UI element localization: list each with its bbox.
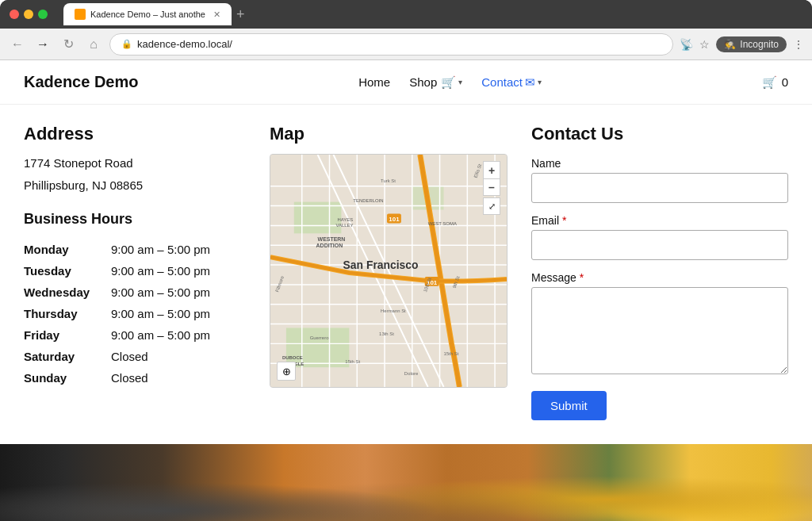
browser-titlebar: Kadence Demo – Just anothe ✕ + bbox=[0, 0, 812, 29]
svg-text:Hermann St: Hermann St bbox=[381, 308, 406, 313]
hours-day: Saturday bbox=[24, 346, 111, 367]
name-input[interactable] bbox=[531, 173, 788, 203]
email-label: Email * bbox=[531, 214, 788, 227]
active-tab[interactable]: Kadence Demo – Just anothe ✕ bbox=[63, 3, 232, 25]
svg-text:ADDITION: ADDITION bbox=[316, 243, 343, 248]
email-input[interactable] bbox=[531, 230, 788, 260]
svg-rect-1 bbox=[294, 202, 342, 234]
hours-title: Business Hours bbox=[24, 211, 246, 228]
hours-row: Tuesday9:00 am – 5:00 pm bbox=[24, 260, 246, 282]
nav-home[interactable]: Home bbox=[358, 75, 390, 89]
svg-text:101: 101 bbox=[389, 216, 400, 223]
svg-text:13th St: 13th St bbox=[379, 331, 394, 336]
kitchen-overlay bbox=[0, 444, 812, 521]
tab-bar: Kadence Demo – Just anothe ✕ + bbox=[63, 3, 802, 25]
tab-close-icon[interactable]: ✕ bbox=[213, 10, 220, 20]
hours-day: Friday bbox=[24, 324, 111, 346]
hours-time: 9:00 am – 5:00 pm bbox=[111, 282, 246, 303]
svg-text:WESTERN: WESTERN bbox=[318, 236, 346, 242]
hours-time: 9:00 am – 5:00 pm bbox=[111, 303, 246, 324]
svg-text:TENDERLOIN: TENDERLOIN bbox=[353, 198, 383, 203]
nav-shop[interactable]: Shop 🛒 ▾ bbox=[409, 75, 462, 90]
svg-text:DUBOCE: DUBOCE bbox=[282, 355, 303, 360]
traffic-lights bbox=[10, 10, 48, 19]
lock-icon: 🔒 bbox=[121, 39, 132, 49]
incognito-icon: 🕵️ bbox=[724, 39, 736, 50]
nav-contact[interactable]: Contact ✉ ▾ bbox=[481, 75, 542, 90]
business-hours: Business Hours Monday9:00 am – 5:00 pmTu… bbox=[24, 211, 246, 389]
hours-day: Thursday bbox=[24, 303, 111, 324]
right-column: Contact Us Name Email * Message * bbox=[531, 124, 788, 420]
back-button[interactable]: ← bbox=[8, 35, 27, 54]
email-required-indicator: * bbox=[562, 214, 566, 227]
hours-day: Wednesday bbox=[24, 282, 111, 303]
bookmark-icon[interactable]: ☆ bbox=[699, 38, 710, 51]
contact-email-icon: ✉ bbox=[525, 75, 535, 90]
email-form-group: Email * bbox=[531, 214, 788, 260]
hours-row: Wednesday9:00 am – 5:00 pm bbox=[24, 282, 246, 303]
contact-chevron-icon: ▾ bbox=[538, 78, 542, 86]
hours-time: 9:00 am – 5:00 pm bbox=[111, 260, 246, 282]
incognito-label: Incognito bbox=[740, 39, 779, 50]
minimize-button[interactable] bbox=[24, 10, 33, 19]
svg-text:San Francisco: San Francisco bbox=[343, 259, 419, 271]
address-bar[interactable]: 🔒 kadence-demo.local/ bbox=[109, 33, 673, 56]
home-button[interactable]: ⌂ bbox=[84, 35, 103, 54]
contact-title: Contact Us bbox=[531, 124, 788, 144]
main-content: Address 1774 Stonepot Road Phillipsburg,… bbox=[0, 105, 812, 444]
zoom-out-button[interactable]: – bbox=[483, 178, 500, 196]
left-column: Address 1774 Stonepot Road Phillipsburg,… bbox=[24, 124, 246, 389]
svg-text:HAYES: HAYES bbox=[337, 217, 353, 222]
name-form-group: Name bbox=[531, 157, 788, 203]
zoom-in-button[interactable]: + bbox=[483, 161, 500, 178]
message-required-indicator: * bbox=[580, 271, 584, 284]
header-cart[interactable]: 🛒 0 bbox=[762, 75, 788, 90]
map-svg: WESTERN ADDITION DUBOCE TRIANGLE TENDERL… bbox=[270, 155, 507, 387]
close-button[interactable] bbox=[10, 10, 19, 19]
shop-chevron-icon: ▾ bbox=[458, 78, 462, 86]
svg-text:Dolore: Dolore bbox=[404, 371, 419, 376]
message-textarea[interactable] bbox=[531, 287, 788, 374]
cart-icon: 🛒 bbox=[441, 75, 456, 90]
browser-toolbar: ← → ↻ ⌂ 🔒 kadence-demo.local/ 📡 ☆ 🕵️ Inc… bbox=[0, 29, 812, 60]
map-zoom-controls: + – bbox=[483, 161, 500, 196]
hours-day: Sunday bbox=[24, 367, 111, 389]
hours-day: Monday bbox=[24, 239, 111, 260]
svg-text:15th St: 15th St bbox=[444, 351, 459, 356]
forward-button[interactable]: → bbox=[33, 35, 52, 54]
new-tab-button[interactable]: + bbox=[236, 6, 245, 23]
site-logo: Kadence Demo bbox=[24, 73, 139, 91]
hours-time: Closed bbox=[111, 367, 246, 389]
svg-text:15th St: 15th St bbox=[345, 359, 360, 364]
menu-icon[interactable]: ⋮ bbox=[793, 38, 804, 51]
map-expand-button[interactable]: ⤢ bbox=[483, 197, 500, 215]
svg-text:WEST SOMA: WEST SOMA bbox=[428, 221, 457, 226]
page-wrapper: Kadence Demo Home Shop 🛒 ▾ Contact ✉ ▾ 🛒… bbox=[0, 60, 812, 521]
map-locate-button[interactable]: ⊕ bbox=[277, 362, 296, 381]
map-container[interactable]: WESTERN ADDITION DUBOCE TRIANGLE TENDERL… bbox=[270, 154, 508, 388]
address-line2: Phillipsburg, NJ 08865 bbox=[24, 176, 246, 195]
incognito-badge: 🕵️ Incognito bbox=[716, 36, 787, 52]
cart-count: 0 bbox=[782, 75, 788, 89]
tab-title: Kadence Demo – Just anothe bbox=[90, 10, 205, 19]
hours-row: Friday9:00 am – 5:00 pm bbox=[24, 324, 246, 346]
submit-button[interactable]: Submit bbox=[531, 391, 607, 420]
url-text: kadence-demo.local/ bbox=[137, 38, 232, 50]
hours-time: Closed bbox=[111, 346, 246, 367]
cast-icon[interactable]: 📡 bbox=[680, 38, 693, 51]
reload-button[interactable]: ↻ bbox=[59, 35, 78, 54]
hours-day: Tuesday bbox=[24, 260, 111, 282]
address-title: Address bbox=[24, 124, 246, 144]
kitchen-image bbox=[0, 444, 812, 521]
svg-text:Turk St: Turk St bbox=[381, 178, 396, 183]
header-cart-icon: 🛒 bbox=[762, 75, 777, 90]
hours-time: 9:00 am – 5:00 pm bbox=[111, 239, 246, 260]
center-column: Map bbox=[270, 124, 508, 388]
site-nav: Home Shop 🛒 ▾ Contact ✉ ▾ bbox=[358, 75, 542, 90]
name-label: Name bbox=[531, 157, 788, 170]
address-line1: 1774 Stonepot Road bbox=[24, 154, 246, 173]
hours-row: Thursday9:00 am – 5:00 pm bbox=[24, 303, 246, 324]
hours-time: 9:00 am – 5:00 pm bbox=[111, 324, 246, 346]
tab-favicon bbox=[75, 9, 86, 20]
fullscreen-button[interactable] bbox=[38, 10, 48, 19]
